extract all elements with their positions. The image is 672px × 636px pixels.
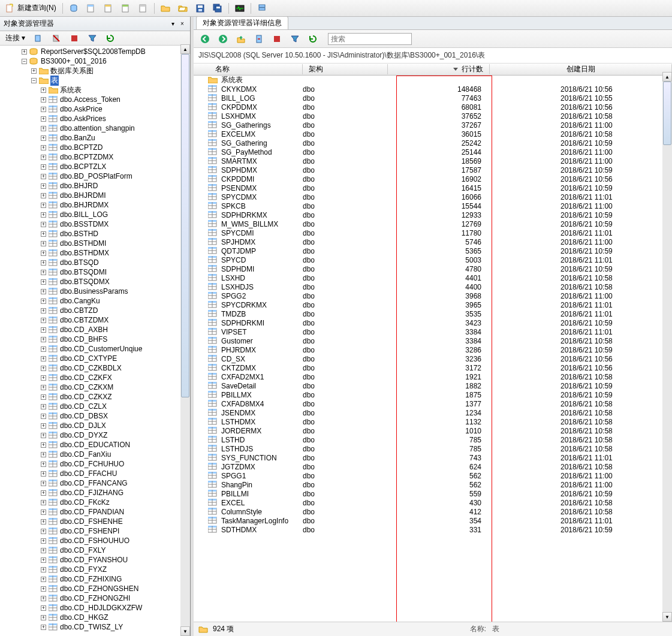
grid-row[interactable]: SPGG1dbo5622018/6/21 11:00: [194, 471, 672, 480]
dropdown-button[interactable]: ▾: [168, 20, 177, 28]
grid-row[interactable]: VIPSETdbo33842018/6/21 11:01: [194, 327, 672, 336]
tree-table[interactable]: +dbo.BusinessParams: [0, 287, 190, 296]
expand-icon[interactable]: +: [41, 193, 46, 198]
expand-icon[interactable]: +: [41, 308, 46, 314]
tree-table[interactable]: +dbo.CangKu: [0, 296, 190, 306]
grid-row[interactable]: M_WMS_BILLMXdbo127692018/6/21 10:59: [194, 219, 672, 228]
expand-icon[interactable]: +: [31, 68, 37, 74]
grid-row[interactable]: SDTHDMXdbo3312018/6/21 10:59: [194, 525, 672, 534]
open-folder-button[interactable]: [158, 2, 173, 15]
tree-table[interactable]: +dbo.CD_FKcKz: [0, 498, 190, 507]
expand-icon[interactable]: +: [41, 145, 46, 150]
tree-table[interactable]: +dbo.AskPrice: [0, 104, 190, 114]
grid-row[interactable]: QDTJDMPdbo53652018/6/21 10:59: [194, 246, 672, 255]
expand-icon[interactable]: +: [41, 279, 46, 285]
save-button[interactable]: [192, 2, 208, 15]
scroll-up-button[interactable]: ▲: [662, 72, 672, 82]
tree-db-tempdb[interactable]: +ReportServer$SQL2008TempDB: [0, 47, 190, 56]
search-input[interactable]: [328, 33, 412, 45]
scroll-up-button[interactable]: ▲: [180, 44, 190, 54]
tree-table[interactable]: +dbo.AskPrices: [0, 114, 190, 123]
oe-refresh-button[interactable]: [103, 32, 118, 45]
grid-row[interactable]: SDPHDMXdbo175872018/6/21 10:59: [194, 165, 672, 174]
expand-icon[interactable]: +: [41, 394, 46, 400]
grid-row[interactable]: CXFAD8MX4dbo13772018/6/21 10:58: [194, 399, 672, 408]
tree-table[interactable]: +dbo.BTSQDMI: [0, 267, 190, 277]
tree-table[interactable]: +dbo.BSTHDMI: [0, 239, 190, 248]
tree-table[interactable]: +dbo.BanZu: [0, 133, 190, 143]
forward-button[interactable]: [215, 32, 231, 46]
grid-row[interactable]: SG_Gatheringdbo252422018/6/21 10:59: [194, 138, 672, 147]
expand-icon[interactable]: +: [41, 404, 46, 409]
expand-icon[interactable]: +: [41, 241, 46, 246]
tree-table[interactable]: +dbo.CD_HKGZ: [0, 613, 190, 622]
tree-table[interactable]: +dbo.CD_FZHONGSHEN: [0, 584, 190, 593]
tree-table[interactable]: +dbo.CD_FYXZ: [0, 565, 190, 574]
grid-row[interactable]: SPKCBdbo155442018/6/21 11:00: [194, 201, 672, 210]
expand-icon[interactable]: −: [22, 59, 27, 64]
save-all-button[interactable]: [210, 2, 225, 15]
expand-icon[interactable]: +: [41, 452, 46, 457]
tree-table[interactable]: +dbo.CD_DBSX: [0, 411, 190, 421]
grid-row[interactable]: SPYCDRKMXdbo39652018/6/21 11:01: [194, 300, 672, 309]
expand-icon[interactable]: +: [41, 519, 46, 525]
expand-icon[interactable]: +: [41, 135, 46, 141]
toolbar-btn-3[interactable]: [101, 2, 116, 15]
tree-table[interactable]: +dbo.BSTHD: [0, 229, 190, 239]
grid-row[interactable]: ShangPindbo5622018/6/21 11:00: [194, 480, 672, 489]
expand-icon[interactable]: +: [41, 222, 46, 227]
tree-table[interactable]: +dbo.CD_FZHIXING: [0, 574, 190, 584]
oe-btn-2[interactable]: [49, 32, 64, 45]
grid-row[interactable]: SDPHDRKMXdbo129332018/6/21 10:59: [194, 210, 672, 219]
tree-folder-systables[interactable]: +系统表: [0, 85, 190, 95]
tree-table[interactable]: +dbo.CD_CZLX: [0, 402, 190, 411]
scroll-thumb[interactable]: [181, 54, 189, 397]
tree-table[interactable]: +dbo.CBTZD: [0, 306, 190, 315]
grid-row[interactable]: CKPDDMXdbo680812018/6/21 10:56: [194, 103, 672, 111]
expand-icon[interactable]: +: [41, 107, 46, 112]
grid-row[interactable]: SG_Gatheringsdbo372672018/6/21 11:00: [194, 120, 672, 129]
grid-row[interactable]: SG_PayMethoddbo251442018/6/21 11:00: [194, 147, 672, 156]
tree-table[interactable]: +dbo.BCPTZD: [0, 143, 190, 152]
tree-table[interactable]: +dbo.CD_FXLY: [0, 545, 190, 555]
registered-servers-button[interactable]: [254, 2, 270, 15]
tree-table[interactable]: +dbo.BSSTDMX: [0, 219, 190, 229]
expand-icon[interactable]: +: [41, 337, 46, 342]
expand-icon[interactable]: +: [22, 49, 27, 55]
scroll-down-button[interactable]: ▼: [662, 612, 672, 622]
grid-row[interactable]: PBILLMIdbo5592018/6/21 10:59: [194, 489, 672, 498]
toolbar-btn-5[interactable]: [135, 2, 151, 15]
grid-row[interactable]: CXFAD2MX1dbo19212018/6/21 10:58: [194, 372, 672, 381]
grid-row[interactable]: ColumnStyledbo4122018/6/21 10:58: [194, 507, 672, 516]
tree-table[interactable]: +dbo.BSTHDMX: [0, 248, 190, 258]
expand-icon[interactable]: +: [41, 442, 46, 448]
expand-icon[interactable]: +: [41, 356, 46, 361]
expand-icon[interactable]: +: [41, 625, 46, 630]
expand-icon[interactable]: +: [41, 174, 46, 179]
grid-row[interactable]: SDPHDRKMIdbo34232018/6/21 10:59: [194, 318, 672, 327]
expand-icon[interactable]: +: [41, 481, 46, 486]
expand-icon[interactable]: +: [41, 605, 46, 611]
toolbar-btn-1[interactable]: [66, 2, 82, 15]
toolbar-btn-4[interactable]: [118, 2, 134, 15]
back-button[interactable]: [197, 32, 213, 46]
expand-icon[interactable]: +: [41, 126, 46, 131]
expand-icon[interactable]: +: [41, 548, 46, 553]
tree-scrollbar[interactable]: ▲ ▼: [180, 44, 190, 636]
tree-table[interactable]: +dbo.CD_DYXZ: [0, 430, 190, 440]
grid-row[interactable]: SYS_FUNCTIONdbo7432018/6/21 11:01: [194, 453, 672, 462]
tree-table[interactable]: +dbo.CD_FPANDIAN: [0, 507, 190, 517]
activity-monitor-button[interactable]: [232, 2, 248, 15]
object-explorer-tree[interactable]: +ReportServer$SQL2008TempDB−BS3000+_001_…: [0, 46, 190, 636]
tree-table[interactable]: +dbo.CD_FFANCANG: [0, 478, 190, 488]
grid-row[interactable]: LSXHDJSdbo44002018/6/21 10:58: [194, 282, 672, 291]
tree-table[interactable]: +dbo.BHJRDMI: [0, 191, 190, 200]
connect-button[interactable]: 连接 ▾: [2, 31, 28, 45]
oe-btn-1[interactable]: [31, 32, 46, 45]
column-header-rows[interactable]: 行计数: [388, 64, 490, 74]
grid-row[interactable]: SDPHDMIdbo47802018/6/21 10:59: [194, 264, 672, 273]
expand-icon[interactable]: +: [41, 510, 46, 515]
column-header-date[interactable]: 创建日期: [490, 64, 672, 74]
sync-button[interactable]: [251, 32, 267, 46]
expand-icon[interactable]: +: [41, 385, 46, 390]
